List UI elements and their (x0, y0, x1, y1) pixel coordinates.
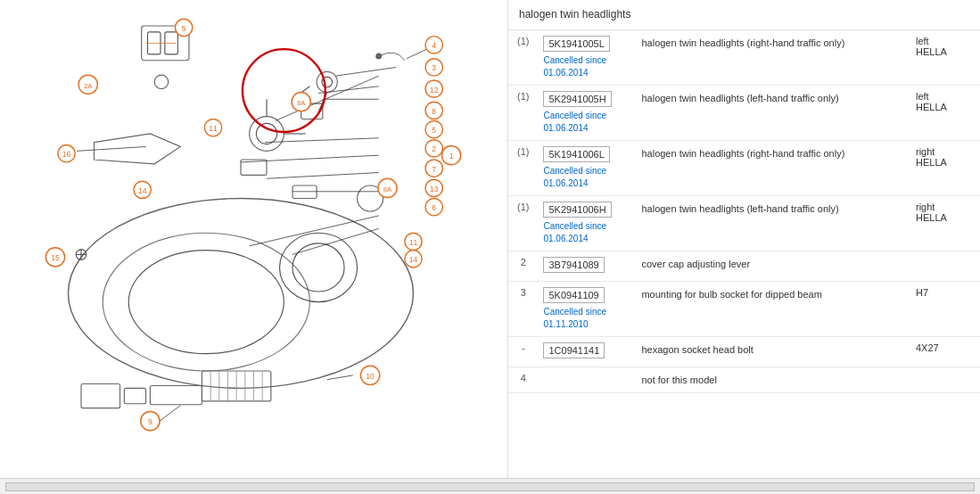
cancelled-link[interactable]: Cancelled since01.06.2014 (543, 110, 627, 135)
svg-text:9: 9 (148, 417, 152, 426)
part-number-cell: 5K0941109Cancelled since01.11.2010 (536, 281, 634, 336)
extra-text: leftHELLA (916, 36, 947, 57)
part-number-box[interactable]: 5K1941006L (543, 146, 609, 162)
parts-table: (1)5K1941005LCancelled since01.06.2014ha… (508, 30, 980, 394)
header-title: halogen twin headlights (519, 8, 630, 21)
extra-text: rightHELLA (916, 146, 947, 168)
table-row: (1)5K2941005HCancelled since01.06.2014ha… (508, 85, 980, 140)
part-description: halogen twin headlights (right-hand traf… (634, 140, 909, 195)
part-extra: rightHELLA (909, 195, 980, 251)
extra-text: leftHELLA (916, 91, 947, 112)
parts-header: halogen twin headlights (508, 0, 980, 30)
svg-text:1: 1 (449, 152, 454, 161)
table-row: 23B7941089cover cap adjusting lever (508, 251, 980, 281)
part-number-box[interactable]: 5K0941109 (543, 287, 604, 303)
part-qty: 4 (508, 366, 536, 393)
cancelled-link[interactable]: Cancelled since01.06.2014 (543, 54, 627, 79)
svg-text:4: 4 (432, 41, 436, 50)
part-number-box[interactable]: 5K2941005H (543, 91, 611, 107)
svg-text:15: 15 (51, 253, 60, 262)
table-row: 35K0941109Cancelled since01.11.2010mount… (508, 281, 980, 336)
part-extra: H7 (909, 281, 980, 336)
extra-text: H7 (916, 287, 928, 298)
part-number-cell: 1C0941141 (536, 336, 634, 366)
part-description: halogen twin headlights (left-hand traff… (634, 85, 909, 140)
cancelled-link[interactable]: Cancelled since01.11.2010 (543, 306, 627, 331)
table-row: (1)5K1941006LCancelled since01.06.2014ha… (508, 140, 980, 195)
svg-text:2A: 2A (84, 82, 93, 90)
table-row: (1)5K2941006HCancelled since01.06.2014ha… (508, 195, 980, 251)
part-qty: (1) (508, 195, 536, 251)
part-description: mounting for bulb socket for dipped beam (634, 281, 909, 336)
cancelled-link[interactable]: Cancelled since01.06.2014 (543, 165, 627, 190)
svg-text:8: 8 (432, 107, 436, 116)
part-extra: leftHELLA (909, 85, 980, 140)
table-row: 4not for this model (508, 366, 980, 393)
part-number-box[interactable]: 3B7941089 (543, 257, 604, 273)
svg-text:13: 13 (430, 185, 439, 193)
part-description: not for this model (634, 366, 909, 393)
part-description: halogen twin headlights (left-hand traff… (634, 195, 909, 251)
part-extra: leftHELLA (909, 30, 980, 86)
svg-text:16: 16 (62, 150, 71, 159)
svg-text:14: 14 (138, 186, 147, 195)
part-number-cell (536, 366, 634, 393)
part-description: halogen twin headlights (right-hand traf… (634, 30, 909, 86)
svg-text:6: 6 (432, 203, 436, 212)
part-extra: 4X27 (909, 336, 980, 366)
svg-text:11: 11 (409, 238, 418, 247)
part-number-cell: 5K2941005HCancelled since01.06.2014 (536, 85, 634, 140)
svg-text:10: 10 (366, 372, 375, 381)
part-description: hexagon socket head bolt (634, 336, 909, 366)
part-qty: 2 (508, 251, 536, 281)
part-qty: (1) (508, 85, 536, 140)
svg-point-36 (376, 54, 382, 59)
horizontal-scrollbar[interactable] (5, 482, 975, 491)
part-number-box[interactable]: 5K1941005L (543, 36, 609, 52)
part-description: cover cap adjusting lever (634, 251, 909, 281)
cancelled-link[interactable]: Cancelled since01.06.2014 (543, 220, 627, 245)
svg-text:5: 5 (182, 24, 186, 33)
part-qty: (1) (508, 140, 536, 195)
part-number-cell: 5K1941006LCancelled since01.06.2014 (536, 140, 634, 195)
svg-text:5: 5 (432, 126, 436, 135)
parts-diagram: 5 4 3 12 8 5 2 7 1 (0, 0, 507, 478)
part-extra-empty (909, 251, 980, 281)
part-number-cell: 3B7941089 (536, 251, 634, 281)
svg-text:11: 11 (209, 124, 218, 133)
parts-panel[interactable]: halogen twin headlights (1)5K1941005LCan… (508, 0, 980, 478)
extra-text: 4X27 (916, 342, 939, 353)
svg-text:8A: 8A (383, 185, 392, 193)
table-row: (1)5K1941005LCancelled since01.06.2014ha… (508, 30, 980, 86)
part-qty: 3 (508, 281, 536, 336)
part-number-cell: 5K2941006HCancelled since01.06.2014 (536, 195, 634, 251)
main-container: 5 4 3 12 8 5 2 7 1 (0, 0, 980, 478)
part-number-box[interactable]: 5K2941006H (543, 202, 611, 218)
part-qty: - (508, 336, 536, 366)
part-extra: rightHELLA (909, 140, 980, 195)
part-number-cell: 5K1941005LCancelled since01.06.2014 (536, 30, 634, 86)
svg-text:7: 7 (432, 165, 436, 174)
bottom-scrollbar-bar (0, 478, 980, 494)
part-extra-empty (909, 366, 980, 393)
svg-text:8A: 8A (297, 99, 306, 107)
svg-text:14: 14 (409, 255, 418, 264)
svg-text:12: 12 (430, 86, 439, 95)
part-number-box[interactable]: 1C0941141 (543, 342, 605, 358)
svg-text:3: 3 (432, 63, 436, 72)
table-row: -1C0941141hexagon socket head bolt4X27 (508, 336, 980, 366)
part-qty: (1) (508, 30, 536, 86)
diagram-panel: 5 4 3 12 8 5 2 7 1 (0, 0, 508, 478)
extra-text: rightHELLA (916, 202, 947, 223)
svg-text:2: 2 (432, 144, 436, 153)
